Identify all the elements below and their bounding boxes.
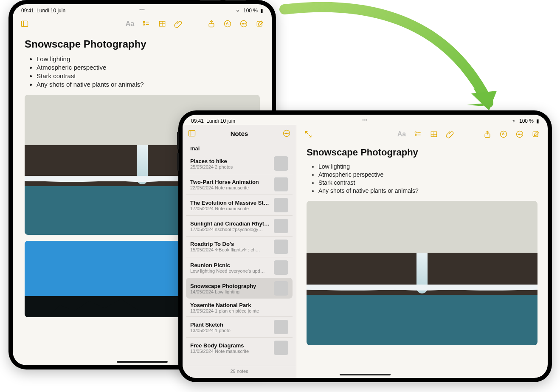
note-bullets: Low lighting Atmospheric perspective Sta… (307, 163, 537, 194)
ellipsis-icon[interactable] (514, 128, 526, 140)
ipad-landscape: ••• 09:41 Lundi 10 juin ᯤ 100 % ▮ Notes (178, 110, 552, 382)
notes-sidebar: Notes mai Places to hike25/05/2024 2 pho… (183, 125, 296, 378)
sidebar-note-row[interactable]: Yosemite National Park13/05/2024 1 plan … (186, 299, 293, 316)
row-thumbnail (274, 260, 288, 275)
row-thumbnail (274, 156, 288, 171)
home-indicator[interactable] (340, 374, 391, 375)
row-thumbnail (274, 240, 288, 254)
sidebar-note-row[interactable]: Two-Part Horse Animation22/05/2024 Note … (186, 174, 293, 195)
sidebar-note-row[interactable]: The Evolution of Massive Star…17/05/2024… (186, 195, 293, 215)
sidebar-toggle-icon[interactable] (19, 18, 31, 30)
row-subtitle: 13/05/2024 1 photo (190, 328, 270, 333)
note-title: Snowscape Photography (307, 147, 537, 158)
bullet: Stark contrast (318, 179, 537, 186)
battery-icon: ▮ (536, 118, 539, 124)
svg-point-14 (243, 23, 244, 24)
sidebar-note-row[interactable]: Reunion PicnicLow lighting Need everyone… (186, 257, 293, 278)
svg-point-33 (518, 134, 519, 135)
note-bullets: Low lighting Atmospheric perspective Sta… (25, 55, 260, 88)
compose-icon[interactable] (530, 128, 542, 140)
row-subtitle: Low lighting Need everyone's upd… (190, 268, 270, 274)
status-time: 09:41 (21, 8, 34, 14)
row-title: Free Body Diagrams (190, 342, 270, 349)
svg-point-22 (288, 133, 289, 134)
section-header: mai (183, 142, 296, 153)
svg-point-31 (501, 131, 507, 138)
bullet: Atmospheric perspective (37, 64, 260, 71)
ellipsis-icon[interactable] (238, 18, 250, 30)
svg-point-25 (415, 134, 416, 135)
row-subtitle: 14/05/2024 Low lighting (190, 289, 270, 294)
sidebar-note-row[interactable]: Snowscape Photography14/05/2024 Low ligh… (186, 278, 293, 299)
sidebar-note-row[interactable]: Free Body Diagrams13/05/2024 Note manusc… (186, 337, 293, 358)
row-title: Sunlight and Circadian Rhyth… (190, 220, 270, 227)
text-format-icon[interactable]: Aa (124, 18, 136, 30)
status-date: Lundi 10 juin (206, 118, 235, 124)
svg-marker-0 (471, 91, 497, 110)
svg-point-34 (519, 134, 520, 135)
sidebar-note-row[interactable]: Plant Sketch13/05/2024 1 photo (186, 316, 293, 337)
row-subtitle: 25/05/2024 2 photos (190, 164, 270, 169)
status-time: 09:41 (191, 118, 204, 124)
wifi-icon: ᯤ (512, 118, 517, 124)
checklist-icon[interactable] (140, 18, 152, 30)
row-title: Places to hike (190, 158, 270, 164)
svg-point-15 (245, 23, 246, 24)
sidebar-note-row[interactable]: Roadtrip To Do's15/05/2024 ✈︎Book flight… (186, 236, 293, 257)
row-thumbnail (274, 281, 288, 296)
row-subtitle: 13/05/2024 1 plan en pièce jointe (190, 308, 288, 313)
bullet: Low lighting (37, 55, 260, 62)
expand-icon[interactable] (302, 128, 314, 140)
sidebar-title: Notes (198, 130, 281, 137)
sidebar-note-row[interactable]: Places to hike25/05/2024 2 photos (186, 153, 293, 174)
row-title: Roadtrip To Do's (190, 241, 270, 247)
share-icon[interactable] (481, 128, 493, 140)
status-battery: 100 % (243, 8, 258, 14)
sidebar-toggle-icon[interactable] (186, 127, 198, 139)
sidebar-note-row[interactable]: Sunlight and Circadian Rhyth…17/05/2024 … (186, 215, 293, 236)
svg-point-23 (415, 132, 416, 133)
bullet: Low lighting (318, 163, 537, 170)
row-subtitle: 15/05/2024 ✈︎Book flights✈︎ : ch… (190, 247, 270, 253)
row-thumbnail (274, 320, 288, 334)
multitask-dots[interactable]: ••• (139, 7, 145, 12)
compose-icon[interactable] (254, 18, 266, 30)
row-subtitle: 22/05/2024 Note manuscrite (190, 185, 270, 190)
share-icon[interactable] (205, 18, 217, 30)
note-content[interactable]: Snowscape Photography Low lighting Atmos… (296, 144, 548, 378)
bullet: Any shots of native plants or animals? (318, 187, 537, 194)
home-indicator[interactable] (117, 361, 168, 363)
text-format-icon[interactable]: Aa (396, 128, 408, 140)
note-photo-waterfall[interactable] (307, 201, 537, 345)
ellipsis-icon[interactable] (281, 127, 293, 139)
row-title: Two-Part Horse Animation (190, 179, 270, 185)
checklist-icon[interactable] (412, 128, 424, 140)
markup-icon[interactable] (222, 18, 234, 30)
svg-point-13 (242, 23, 243, 24)
row-subtitle: 17/05/2024 #school #psychology… (190, 227, 270, 232)
bullet: Atmospheric perspective (318, 171, 537, 178)
row-subtitle: 13/05/2024 Note manuscrite (190, 349, 270, 354)
status-battery: 100 % (519, 118, 534, 124)
row-thumbnail (274, 219, 288, 233)
bullet: Stark contrast (37, 72, 260, 79)
note-toolbar: Aa (13, 14, 272, 33)
svg-point-3 (143, 21, 144, 23)
svg-point-11 (225, 21, 231, 27)
row-thumbnail (274, 177, 288, 192)
svg-point-35 (521, 134, 522, 135)
row-title: Snowscape Photography (190, 283, 270, 289)
markup-icon[interactable] (498, 128, 509, 140)
status-date: Lundi 10 juin (37, 8, 65, 14)
row-thumbnail (274, 198, 288, 212)
notes-count: 29 notes (183, 366, 296, 378)
paperclip-icon[interactable] (172, 18, 184, 30)
multitask-dots[interactable]: ••• (362, 118, 368, 122)
note-title: Snowscape Photography (25, 38, 260, 50)
row-title: The Evolution of Massive Star… (190, 200, 270, 206)
row-title: Plant Sketch (190, 321, 270, 328)
table-icon[interactable] (156, 18, 168, 30)
table-icon[interactable] (428, 128, 440, 140)
paperclip-icon[interactable] (444, 128, 456, 140)
note-detail-pane: Aa (296, 125, 548, 378)
